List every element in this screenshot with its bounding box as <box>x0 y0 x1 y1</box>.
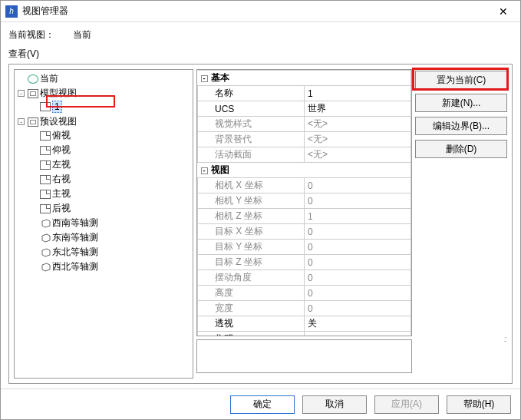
tree-spacer <box>30 147 37 154</box>
page-icon <box>40 131 51 141</box>
tree-item-ne[interactable]: 东北等轴测 <box>30 245 191 260</box>
prop-value: 0 <box>305 240 411 255</box>
tree-spacer <box>30 263 37 270</box>
cancel-button[interactable]: 取消 <box>302 395 367 414</box>
ok-button[interactable]: 确定 <box>230 395 295 414</box>
tree-item-preset[interactable]: -预设视图俯视仰视左视右视主视后视西南等轴测东南等轴测东北等轴测西北等轴测 <box>18 114 191 275</box>
prop-key: 名称 <box>198 86 305 101</box>
cube-icon <box>40 219 51 228</box>
collapse-icon[interactable]: - <box>201 167 208 174</box>
close-icon[interactable]: ✕ <box>491 2 516 21</box>
prop-row[interactable]: 活动截面<无> <box>198 147 411 163</box>
prop-section[interactable]: -基本 <box>198 71 411 86</box>
tree-label[interactable]: 主视 <box>52 187 71 200</box>
collapse-icon[interactable]: - <box>18 118 25 125</box>
tree-label[interactable]: 右视 <box>52 173 71 186</box>
prop-row[interactable]: 相机 Y 坐标0 <box>198 193 411 209</box>
page-icon <box>40 102 51 111</box>
cube-icon <box>40 248 51 257</box>
svg-marker-0 <box>42 220 50 227</box>
prop-row[interactable]: 相机 X 坐标0 <box>198 178 411 193</box>
collapse-icon[interactable]: - <box>201 75 208 82</box>
prop-row[interactable]: 背景替代<无> <box>198 132 411 147</box>
prop-row[interactable]: 高度0 <box>198 286 411 301</box>
prop-key: 相机 Z 坐标 <box>198 209 305 224</box>
tree-label[interactable]: 东北等轴测 <box>52 246 98 259</box>
tree-label[interactable]: 模型视图 <box>40 87 77 100</box>
prop-value: 1 <box>305 209 411 224</box>
tree-label[interactable]: 后视 <box>52 202 71 215</box>
tree-label[interactable]: 预设视图 <box>40 115 77 128</box>
tree-item-new1[interactable]: 1 <box>30 100 191 114</box>
resize-grip-icon[interactable]: .:: <box>503 334 506 343</box>
cube-icon <box>40 263 51 272</box>
prop-row[interactable]: 相机 Z 坐标1 <box>198 209 411 224</box>
prop-row[interactable]: UCS世界 <box>198 101 411 117</box>
prop-value: <无> <box>305 117 411 132</box>
view-tree[interactable]: 当前-模型视图1-预设视图俯视仰视左视右视主视后视西南等轴测东南等轴测东北等轴测… <box>14 69 193 379</box>
prop-row[interactable]: 焦距50 <box>198 332 411 337</box>
svg-marker-2 <box>42 249 50 256</box>
prop-section[interactable]: -视图 <box>198 163 411 178</box>
prop-value[interactable]: 50 <box>305 332 411 337</box>
current-view-row: 当前视图： 当前 <box>1 22 520 46</box>
prop-value: 0 <box>305 301 411 316</box>
prop-value[interactable]: 关 <box>305 316 411 332</box>
tree-item-sw[interactable]: 西南等轴测 <box>30 216 191 230</box>
tree-item-front[interactable]: 主视 <box>30 187 191 201</box>
prop-row[interactable]: 宽度0 <box>198 301 411 316</box>
new-button[interactable]: 新建(N)... <box>415 94 507 112</box>
tree-spacer <box>30 104 37 111</box>
view-menu[interactable]: 查看(V) <box>8 48 513 61</box>
app-icon: h <box>5 5 18 18</box>
collapse-icon[interactable]: - <box>18 90 25 97</box>
prop-row[interactable]: 摆动角度0 <box>198 270 411 286</box>
prop-key: 视觉样式 <box>198 117 305 132</box>
apply-button[interactable]: 应用(A) <box>374 395 439 414</box>
set-current-button[interactable]: 置为当前(C) <box>415 71 507 89</box>
prop-row[interactable]: 目标 X 坐标0 <box>198 224 411 240</box>
tree-item-se[interactable]: 东南等轴测 <box>30 230 191 245</box>
tree-label[interactable]: 俯视 <box>52 129 71 142</box>
bottom-buttons: 确定 取消 应用(A) 帮助(H) <box>1 389 520 419</box>
prop-row[interactable]: 目标 Z 坐标0 <box>198 255 411 270</box>
tree-item-right[interactable]: 右视 <box>30 172 191 187</box>
tree-label[interactable]: 西北等轴测 <box>52 260 98 273</box>
edit-bounds-button[interactable]: 编辑边界(B)... <box>415 117 507 135</box>
prop-section-title: 基本 <box>211 72 229 83</box>
tree-label[interactable]: 西南等轴测 <box>52 217 98 230</box>
tree-item-nw[interactable]: 西北等轴测 <box>30 260 191 274</box>
tree-label[interactable]: 1 <box>52 101 62 113</box>
tree-item-top[interactable]: 俯视 <box>30 128 191 143</box>
prop-value[interactable]: 1 <box>305 86 411 101</box>
prop-key: 活动截面 <box>198 147 305 163</box>
prop-key: UCS <box>198 101 305 117</box>
tree-item-left[interactable]: 左视 <box>30 157 191 172</box>
window-title: 视图管理器 <box>22 5 491 18</box>
tree-item-current[interactable]: 当前 <box>18 71 191 86</box>
help-button[interactable]: 帮助(H) <box>447 395 511 414</box>
tree-item-bottom[interactable]: 仰视 <box>30 143 191 157</box>
prop-key: 相机 Y 坐标 <box>198 193 305 209</box>
prop-row[interactable]: 目标 Y 坐标0 <box>198 240 411 255</box>
prop-row[interactable]: 透视关 <box>198 316 411 332</box>
tree-label[interactable]: 仰视 <box>52 144 71 157</box>
page-icon <box>40 146 51 155</box>
prop-value: 0 <box>305 286 411 301</box>
delete-button[interactable]: 删除(D) <box>415 140 507 158</box>
tree-spacer <box>30 176 37 183</box>
tree-spacer <box>30 161 37 168</box>
side-buttons: 置为当前(C) 新建(N)... 编辑边界(B)... 删除(D) <box>415 69 507 379</box>
tree-item-model[interactable]: -模型视图1 <box>18 86 191 114</box>
prop-row[interactable]: 名称1 <box>198 86 411 101</box>
tree-label[interactable]: 左视 <box>52 158 71 171</box>
tree-label[interactable]: 当前 <box>40 72 58 85</box>
prop-value: 0 <box>305 270 411 286</box>
prop-value: 0 <box>305 255 411 270</box>
prop-row[interactable]: 视觉样式<无> <box>198 117 411 132</box>
tree-label[interactable]: 东南等轴测 <box>52 231 98 244</box>
property-grid[interactable]: -基本名称1UCS世界视觉样式<无>背景替代<无>活动截面<无>-视图相机 X … <box>196 69 412 336</box>
prop-value[interactable]: 世界 <box>305 101 411 117</box>
tree-item-back[interactable]: 后视 <box>30 201 191 216</box>
svg-marker-3 <box>42 263 50 271</box>
